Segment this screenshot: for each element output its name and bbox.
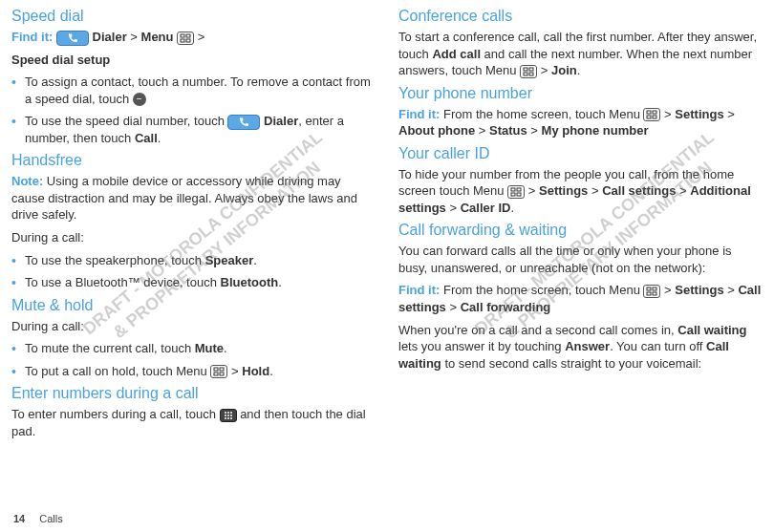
note-label: Note: — [11, 174, 43, 188]
text: To use a Bluetooth™ device, touch — [25, 275, 221, 289]
phone-number-path: Find it: From the home screen, touch Men… — [398, 106, 763, 139]
keypad-icon — [220, 409, 237, 422]
call-settings-label: Call settings — [602, 183, 676, 198]
left-column: Speed dial Find it: Dialer > Menu > Spee… — [11, 8, 376, 497]
page-footer: 14 Calls — [13, 513, 63, 524]
text: . — [269, 364, 273, 378]
answer-label: Answer — [565, 339, 610, 353]
text: . — [253, 253, 257, 267]
svg-rect-25 — [511, 188, 515, 191]
svg-rect-18 — [529, 68, 533, 71]
svg-point-16 — [230, 417, 232, 419]
handsfree-note: Note: Using a mobile device or accessory… — [11, 173, 376, 223]
text: To assign a contact, touch a number. To … — [25, 74, 371, 106]
heading-phone-number: Your phone number — [398, 85, 763, 102]
svg-rect-31 — [647, 292, 651, 295]
speed-dial-list: To assign a contact, touch a number. To … — [11, 74, 376, 146]
svg-rect-26 — [517, 188, 521, 191]
svg-rect-32 — [653, 292, 656, 295]
heading-caller-id: Your caller ID — [398, 145, 763, 162]
svg-rect-2 — [181, 39, 184, 42]
text: . — [510, 201, 514, 215]
find-it-label: Find it: — [398, 283, 440, 297]
svg-point-11 — [225, 415, 226, 416]
svg-rect-17 — [524, 68, 527, 71]
text: > — [724, 107, 735, 121]
call-waiting-label: Call waiting — [677, 323, 746, 337]
conference-text: To start a conference call, call the fir… — [398, 29, 763, 79]
call-forwarding-label: Call forwarding — [461, 300, 551, 314]
join-label: Join — [551, 63, 577, 77]
list-item: To use the speed dial number, touch Dial… — [11, 113, 376, 146]
enter-numbers-text: To enter numbers during a call, touch an… — [11, 406, 376, 439]
speaker-label: Speaker — [205, 253, 254, 267]
text: > — [541, 63, 551, 77]
find-it-label: Find it: — [11, 30, 53, 44]
text: . — [158, 131, 161, 145]
text: > — [446, 201, 461, 215]
during-call-label: During a call: — [11, 318, 376, 335]
text: > — [446, 300, 461, 314]
svg-rect-23 — [647, 116, 651, 118]
text: To put a call on hold, touch Menu — [25, 364, 210, 378]
text: > — [231, 364, 242, 378]
speed-dial-setup: Speed dial setup — [11, 52, 376, 69]
find-it-label: Find it: — [398, 107, 440, 121]
text: > — [475, 123, 489, 138]
menu-icon — [643, 285, 660, 298]
text: . — [224, 341, 227, 355]
text: To use the speakerphone, touch — [25, 253, 205, 267]
list-item: To use the speakerphone, touch Speaker. — [11, 252, 376, 269]
svg-point-12 — [227, 415, 229, 416]
text: . — [278, 275, 282, 289]
text: > — [528, 183, 539, 198]
svg-rect-28 — [517, 193, 521, 196]
hold-label: Hold — [242, 364, 269, 378]
status-label: Status — [489, 123, 527, 138]
svg-rect-6 — [214, 372, 218, 375]
phone-icon — [227, 115, 260, 130]
heading-mute-hold: Mute & hold — [11, 297, 376, 314]
text: When you're on a call and a second call … — [398, 323, 677, 337]
menu-icon — [177, 32, 194, 45]
svg-rect-4 — [214, 368, 218, 371]
text: . You can turn off — [610, 339, 706, 353]
dialer-label: Dialer — [93, 30, 127, 44]
text: . — [577, 63, 581, 77]
text: > — [724, 283, 739, 297]
text: Using a mobile device or accessory while… — [11, 174, 357, 222]
svg-rect-29 — [647, 287, 651, 290]
svg-rect-7 — [220, 372, 224, 375]
right-column: Conference calls To start a conference c… — [398, 8, 763, 497]
svg-rect-21 — [647, 111, 651, 114]
text: > — [664, 283, 675, 297]
find-it-speed-dial: Find it: Dialer > Menu > — [11, 29, 376, 46]
during-call-label: During a call: — [11, 229, 376, 246]
heading-handsfree: Handsfree — [11, 152, 376, 169]
caller-id-label: Caller ID — [461, 201, 511, 215]
my-phone-number-label: My phone number — [542, 123, 649, 138]
forwarding-path: Find it: From the home screen, touch Men… — [398, 282, 763, 315]
mute-list: To mute the current call, touch Mute. To… — [11, 340, 376, 379]
svg-rect-27 — [511, 193, 515, 196]
text: > — [676, 183, 690, 198]
dialer-label: Dialer — [264, 114, 298, 128]
svg-point-13 — [230, 415, 232, 416]
text: > — [588, 183, 602, 198]
remove-icon: − — [133, 93, 146, 106]
text: To enter numbers during a call, touch — [11, 407, 220, 421]
text: to send second calls straight to your vo… — [441, 356, 701, 371]
add-call-label: Add call — [432, 47, 481, 61]
svg-rect-5 — [220, 368, 224, 371]
svg-rect-3 — [186, 39, 190, 42]
about-phone-label: About phone — [398, 123, 475, 138]
menu-icon — [520, 65, 537, 78]
svg-rect-1 — [186, 34, 190, 37]
handsfree-list: To use the speakerphone, touch Speaker. … — [11, 252, 376, 291]
text: From the home screen, touch Menu — [440, 107, 643, 121]
settings-label: Settings — [539, 183, 588, 198]
svg-rect-30 — [653, 287, 656, 290]
svg-point-9 — [227, 412, 229, 414]
heading-enter-numbers: Enter numbers during a call — [11, 385, 376, 402]
menu-label: Menu — [141, 30, 174, 44]
